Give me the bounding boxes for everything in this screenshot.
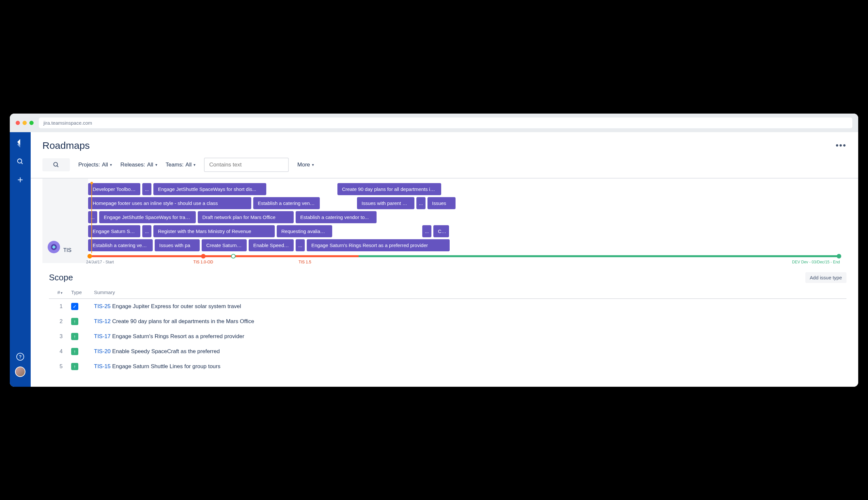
browser-window: jira.teamsinspace.com ? Roadmaps •••	[10, 114, 858, 387]
help-icon[interactable]: ?	[16, 353, 24, 361]
roadmap-item-bar[interactable]: Issues with parent Eipc	[357, 197, 414, 209]
svg-point-0	[18, 159, 22, 163]
roadmap-row: Engage Saturn Shut......Register with th…	[88, 225, 849, 237]
row-number: 2	[49, 314, 69, 329]
roadmap-item-bar[interactable]: Create Saturn Su...	[202, 239, 247, 251]
roadmap-item-bar[interactable]: Draft network plan for Mars Office	[198, 211, 294, 223]
releases-filter[interactable]: Releases: All ▾	[121, 161, 157, 168]
roadmap-item-bar[interactable]: ...	[88, 211, 97, 223]
roadmap-item-bar[interactable]: Create 90 day plans for all departments …	[338, 183, 441, 195]
table-row[interactable]: 5↑TIS-15 Engage Saturn Shuttle Lines for…	[49, 359, 846, 374]
table-row[interactable]: 3↑TIS-17 Engage Saturn's Rings Resort as…	[49, 329, 846, 344]
row-summary: TIS-17 Engage Saturn's Rings Resort as a…	[91, 329, 846, 344]
roadmap-item-bar[interactable]: Ch...	[433, 225, 449, 237]
issue-summary: Engage Saturn's Rings Resort as a prefer…	[112, 333, 244, 339]
roadmap-item-bar[interactable]: Issues	[427, 197, 456, 209]
row-number: 5	[49, 359, 69, 374]
column-header-summary[interactable]: Summary	[91, 286, 846, 299]
scope-section: Scope Add issue type #▾ Type Summary 1✓T…	[31, 263, 858, 374]
row-type: ↑	[69, 329, 91, 344]
issue-key-link[interactable]: TIS-15	[94, 363, 112, 370]
svg-line-1	[21, 162, 23, 164]
roadmap-item-bar[interactable]: Homepage footer uses an inline style - s…	[88, 197, 251, 209]
roadmap-item-bar[interactable]: ...	[422, 225, 431, 237]
roadmap-item-bar[interactable]: Engage JetShuttle SpaceWays for short di…	[153, 183, 266, 195]
window-controls	[16, 121, 34, 125]
chevron-down-icon: ▾	[61, 291, 62, 295]
issue-summary: Engage Saturn Shuttle Lines for group to…	[112, 363, 220, 370]
roadmap-item-bar[interactable]: Engage Saturn's Rings Resort as a prefer…	[307, 239, 450, 251]
filter-value: All	[147, 161, 153, 168]
column-header-number[interactable]: #▾	[49, 286, 69, 299]
roadmap-row: Homepage footer uses an inline style - s…	[88, 197, 849, 209]
close-window-icon[interactable]	[16, 121, 20, 125]
roadmap-lane[interactable]: Developer Toolbox do......Engage JetShut…	[88, 179, 858, 263]
roadmap-item-bar[interactable]: Requesting avaliable...	[277, 225, 332, 237]
scope-table: #▾ Type Summary 1✓TIS-25 Engage Jupiter …	[49, 286, 846, 374]
filter-value: All	[102, 161, 108, 168]
search-button[interactable]	[43, 158, 70, 171]
roadmap-item-bar[interactable]: Establish a catering vend...	[88, 239, 153, 251]
row-type: ↑	[69, 344, 91, 359]
roadmap-row: Establish a catering vend...Issues with …	[88, 239, 849, 251]
search-icon[interactable]	[15, 156, 25, 167]
issue-key-link[interactable]: TIS-20	[94, 348, 112, 354]
timeline-end-label: DEV Dev - 03/Dec/15 - End	[792, 260, 840, 264]
jira-logo-icon[interactable]	[15, 138, 25, 148]
table-row[interactable]: 2↑TIS-12 Create 90 day plans for all dep…	[49, 314, 846, 329]
roadmap-item-bar[interactable]: Developer Toolbox do...	[88, 183, 140, 195]
svg-point-4	[54, 162, 58, 166]
address-bar[interactable]: jira.teamsinspace.com	[39, 117, 852, 128]
more-actions-icon[interactable]: •••	[836, 140, 846, 150]
team-swimlane-header: TIS	[43, 179, 88, 263]
minimize-window-icon[interactable]	[23, 121, 27, 125]
more-filters[interactable]: More ▾	[297, 161, 314, 168]
svg-line-5	[57, 166, 58, 167]
browser-chrome: jira.teamsinspace.com	[10, 114, 858, 132]
roadmap-item-bar[interactable]: Establish a catering vendor...	[253, 197, 320, 209]
column-header-type[interactable]: Type	[69, 286, 91, 299]
timeline-milestone-label: TIS 1.0-OD	[194, 260, 214, 264]
row-summary: TIS-20 Enable Speedy SpaceCraft as the p…	[91, 344, 846, 359]
roadmap-item-bar[interactable]: Register with the Mars Ministry of Reven…	[153, 225, 275, 237]
roadmap-item-bar[interactable]: ...	[416, 197, 425, 209]
create-icon[interactable]	[15, 174, 25, 185]
filter-label: Projects:	[78, 161, 100, 168]
roadmap-item-bar[interactable]: ...	[142, 225, 151, 237]
roadmap-item-bar[interactable]: ...	[142, 183, 151, 195]
roadmap-row: ...Engage JetShuttle SpaceWays for trave…	[88, 211, 849, 223]
story-type-icon: ↑	[71, 363, 78, 370]
user-avatar[interactable]	[15, 366, 25, 377]
roadmap-item-bar[interactable]: Engage Saturn Shut...	[88, 225, 140, 237]
add-issue-type-button[interactable]: Add issue type	[806, 272, 846, 283]
roadmap-item-bar[interactable]: Engage JetShuttle SpaceWays for travel	[99, 211, 196, 223]
maximize-window-icon[interactable]	[30, 121, 34, 125]
roadmap-item-bar[interactable]: Issues with pa	[155, 239, 200, 251]
issue-key-link[interactable]: TIS-25	[94, 303, 112, 309]
issue-key-link[interactable]: TIS-12	[94, 318, 112, 325]
main-content: Roadmaps ••• Projects: All ▾ Releases: A…	[31, 132, 858, 387]
row-summary: TIS-25 Engage Jupiter Express for outer …	[91, 299, 846, 314]
roadmap-item-bar[interactable]: Enable Speedy S...	[249, 239, 294, 251]
row-summary: TIS-15 Engage Saturn Shuttle Lines for g…	[91, 359, 846, 374]
filter-label: More	[297, 161, 310, 168]
issue-key-link[interactable]: TIS-17	[94, 333, 112, 339]
text-search-input[interactable]	[204, 158, 289, 172]
teams-filter[interactable]: Teams: All ▾	[166, 161, 196, 168]
table-row[interactable]: 4↑TIS-20 Enable Speedy SpaceCraft as the…	[49, 344, 846, 359]
roadmap-item-bar[interactable]: Establish a catering vendor to...	[296, 211, 377, 223]
row-type: ↑	[69, 314, 91, 329]
task-type-icon: ✓	[71, 303, 78, 310]
table-row[interactable]: 1✓TIS-25 Engage Jupiter Express for oute…	[49, 299, 846, 314]
projects-filter[interactable]: Projects: All ▾	[78, 161, 112, 168]
roadmap-item-bar[interactable]: ...	[296, 239, 305, 251]
filter-label: Teams:	[166, 161, 184, 168]
timeline-milestone-marker	[201, 254, 206, 259]
row-type: ✓	[69, 299, 91, 314]
chevron-down-icon: ▾	[155, 162, 157, 167]
team-avatar-icon	[48, 241, 60, 253]
scope-title: Scope	[49, 273, 73, 283]
roadmap-view: TIS Developer Toolbox do......Engage Jet…	[31, 179, 858, 263]
filter-toolbar: Projects: All ▾ Releases: All ▾ Teams: A…	[31, 155, 858, 179]
timeline-end-marker	[837, 254, 841, 259]
